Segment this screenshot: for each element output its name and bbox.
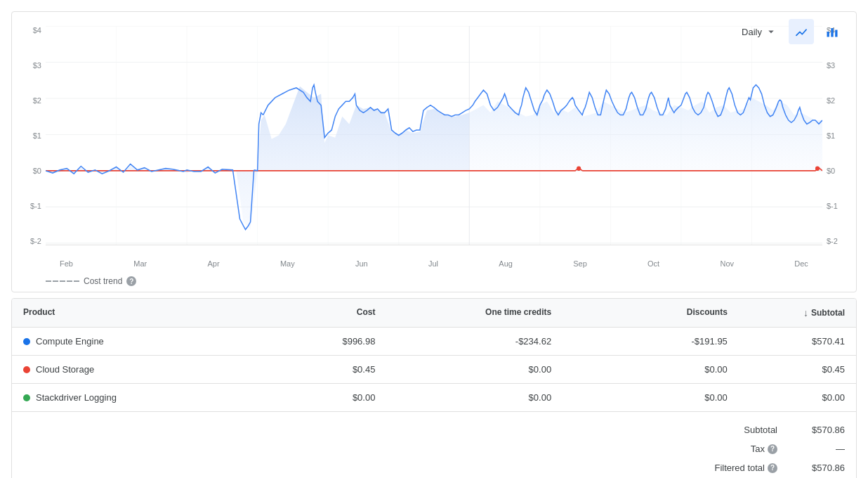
col-header-credits: One time credits bbox=[375, 307, 551, 318]
stackdriver-logging-name: Stackdriver Logging bbox=[36, 392, 117, 403]
x-label-feb: Feb bbox=[60, 259, 73, 268]
svg-rect-0 bbox=[827, 32, 829, 37]
x-label-nov: Nov bbox=[720, 259, 734, 268]
sort-down-icon: ↓ bbox=[803, 307, 808, 318]
table-row: Stackdriver Logging $0.00 $0.00 $0.00 $0… bbox=[12, 384, 856, 412]
chart-section: Daily $4 bbox=[11, 11, 857, 292]
cost-trend-help-icon[interactable]: ? bbox=[126, 276, 136, 286]
discounts-cell-compute: -$191.95 bbox=[551, 336, 728, 347]
y-label-0: $0 bbox=[33, 167, 41, 175]
credits-cell-storage: $0.00 bbox=[375, 364, 551, 375]
col-header-cost: Cost bbox=[258, 307, 375, 318]
y-label-right-2: $2 bbox=[827, 96, 835, 105]
compute-engine-dot bbox=[23, 338, 30, 345]
subtotal-value: $570.86 bbox=[789, 425, 845, 435]
discounts-cell-storage: $0.00 bbox=[551, 364, 728, 375]
product-cell-compute: Compute Engine bbox=[23, 336, 258, 347]
chart-wrapper: $4 $3 $2 $1 $0 $-1 $-2 $4 $3 $2 $1 $0 $-… bbox=[12, 20, 856, 273]
bar-chart-icon bbox=[825, 25, 839, 39]
cost-cell-storage: $0.45 bbox=[258, 364, 375, 375]
cloud-storage-name: Cloud Storage bbox=[36, 364, 94, 375]
svg-rect-1 bbox=[831, 28, 833, 37]
y-axis-right: $4 $3 $2 $1 $0 $-1 $-2 bbox=[822, 26, 856, 245]
x-label-jun: Jun bbox=[355, 259, 368, 268]
y-axis-left: $4 $3 $2 $1 $0 $-1 $-2 bbox=[12, 26, 46, 245]
totals-section: Subtotal $570.86 Tax ? — Filtered total … bbox=[12, 412, 856, 478]
svg-rect-2 bbox=[835, 30, 837, 37]
y-label-1: $1 bbox=[33, 131, 41, 140]
col-header-subtotal: ↓ Subtotal bbox=[728, 307, 845, 318]
tax-row: Tax ? — bbox=[23, 439, 845, 458]
legend-cost-trend: Cost trend bbox=[84, 276, 122, 286]
svg-point-20 bbox=[577, 166, 581, 170]
filtered-total-help-icon[interactable]: ? bbox=[768, 463, 777, 473]
stackdriver-logging-dot bbox=[23, 394, 30, 401]
x-label-sep: Sep bbox=[573, 259, 587, 268]
x-label-aug: Aug bbox=[499, 259, 513, 268]
product-cell-storage: Cloud Storage bbox=[23, 364, 258, 375]
cost-cell-compute: $996.98 bbox=[258, 336, 375, 347]
bar-chart-button[interactable] bbox=[820, 19, 845, 44]
y-label-2: $2 bbox=[33, 96, 41, 105]
legend-dashes bbox=[46, 280, 79, 282]
subtotal-cell-storage: $0.45 bbox=[728, 364, 845, 375]
dash-2 bbox=[53, 280, 58, 282]
dash-4 bbox=[67, 280, 72, 282]
chart-svg bbox=[46, 26, 822, 245]
credits-cell-logging: $0.00 bbox=[375, 392, 551, 403]
x-label-may: May bbox=[280, 259, 295, 268]
y-label-right-neg2: $-2 bbox=[827, 237, 838, 245]
dash-5 bbox=[74, 280, 79, 282]
x-label-jul: Jul bbox=[428, 259, 438, 268]
chart-area bbox=[46, 26, 822, 245]
table-header: Product Cost One time credits Discounts … bbox=[12, 299, 856, 328]
y-label-right-0: $0 bbox=[827, 167, 835, 175]
col-header-discounts: Discounts bbox=[551, 307, 728, 318]
y-label-right-neg1: $-1 bbox=[827, 202, 838, 210]
table-section: Product Cost One time credits Discounts … bbox=[11, 298, 857, 478]
y-label-neg1: $-1 bbox=[30, 202, 41, 210]
chevron-down-icon bbox=[765, 25, 777, 38]
table-row: Compute Engine $996.98 -$234.62 -$191.95… bbox=[12, 328, 856, 356]
dash-1 bbox=[46, 280, 51, 282]
subtotal-label: Subtotal bbox=[693, 425, 777, 435]
x-label-apr: Apr bbox=[207, 259, 219, 268]
filtered-total-row: Filtered total ? $570.86 bbox=[23, 458, 845, 477]
x-label-mar: Mar bbox=[133, 259, 147, 268]
tax-label: Tax ? bbox=[693, 444, 777, 454]
cost-cell-logging: $0.00 bbox=[258, 392, 375, 403]
period-dropdown[interactable]: Daily bbox=[736, 22, 783, 41]
subtotal-row: Subtotal $570.86 bbox=[23, 420, 845, 439]
tax-value: — bbox=[789, 444, 845, 454]
y-label-right-3: $3 bbox=[827, 61, 835, 70]
line-chart-icon bbox=[794, 25, 808, 39]
svg-point-21 bbox=[815, 166, 820, 170]
x-label-dec: Dec bbox=[794, 259, 808, 268]
x-label-oct: Oct bbox=[647, 259, 659, 268]
x-axis-labels: Feb Mar Apr May Jun Jul Aug Sep Oct Nov … bbox=[46, 259, 822, 268]
y-label-neg2: $-2 bbox=[30, 237, 41, 245]
y-label-4: $4 bbox=[33, 26, 41, 34]
tax-help-icon[interactable]: ? bbox=[768, 444, 777, 454]
filtered-total-label: Filtered total ? bbox=[693, 463, 777, 473]
col-header-product: Product bbox=[23, 307, 258, 318]
y-label-3: $3 bbox=[33, 61, 41, 70]
line-chart-button[interactable] bbox=[789, 19, 814, 44]
credits-cell-compute: -$234.62 bbox=[375, 336, 551, 347]
dash-3 bbox=[60, 280, 65, 282]
product-cell-logging: Stackdriver Logging bbox=[23, 392, 258, 403]
discounts-cell-logging: $0.00 bbox=[551, 392, 728, 403]
cloud-storage-dot bbox=[23, 366, 30, 373]
subtotal-cell-logging: $0.00 bbox=[728, 392, 845, 403]
compute-engine-name: Compute Engine bbox=[36, 336, 104, 347]
chart-controls: Daily bbox=[736, 19, 845, 44]
chart-legend: Cost trend ? bbox=[12, 273, 856, 286]
subtotal-cell-compute: $570.41 bbox=[728, 336, 845, 347]
table-row: Cloud Storage $0.45 $0.00 $0.00 $0.45 bbox=[12, 356, 856, 384]
main-container: Daily $4 bbox=[0, 0, 868, 478]
filtered-total-value: $570.86 bbox=[789, 463, 845, 473]
period-label: Daily bbox=[742, 27, 762, 37]
y-label-right-1: $1 bbox=[827, 131, 835, 140]
